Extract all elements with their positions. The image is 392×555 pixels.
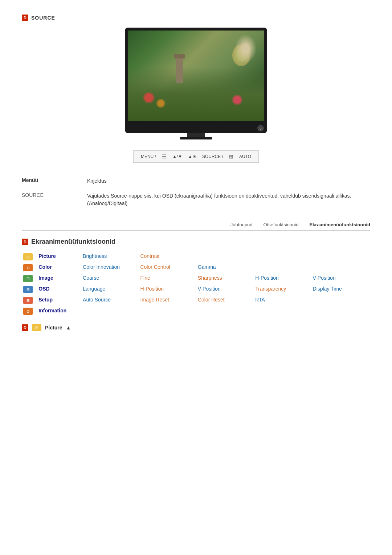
source-header-section: D SOURCE xyxy=(22,15,370,21)
image-name: Image xyxy=(38,273,83,284)
tab-ekraani[interactable]: Ekraanimenüüfunktsioonid xyxy=(309,222,370,227)
ctrl-arrows: ▲/▼ xyxy=(172,154,182,159)
table-row: ⊡ Image Coarse Fine Sharpness H-Position… xyxy=(22,273,370,284)
picture-arrow-icon: ▲ xyxy=(66,325,71,331)
info-table-section: Menüü Kirjeldus SOURCE Vajutades Source-… xyxy=(22,174,370,211)
color-icon-cell: ⊙ xyxy=(22,262,38,273)
control-bar-container: MENU / ☰ ▲/▼ ▲☀ SOURCE / ⊞ AUTO xyxy=(22,150,370,163)
setup-col5 xyxy=(313,295,370,306)
osd-icon: ⊟ xyxy=(23,286,33,293)
tab-juhtnupud[interactable]: Juhtnupud xyxy=(230,222,253,227)
source-menu-label: SOURCE xyxy=(22,192,65,207)
info-icon-cell: ⊙ xyxy=(22,306,38,317)
picture-col4 xyxy=(255,251,313,262)
osd-col3[interactable]: V-Position xyxy=(198,284,255,295)
ctrl-source: SOURCE / xyxy=(202,154,223,159)
setup-col2[interactable]: Image Reset xyxy=(140,295,197,306)
pagoda-decoration xyxy=(176,58,183,83)
osd-icon-cell: ⊟ xyxy=(22,284,38,295)
image-col3[interactable]: Sharpness xyxy=(198,273,255,284)
osd-name: OSD xyxy=(38,284,83,295)
image-col1[interactable]: Coarse xyxy=(83,273,140,284)
picture-icon: ⊞ xyxy=(23,253,33,260)
image-col4[interactable]: H-Position xyxy=(255,273,313,284)
col-menu-header: Menüü xyxy=(22,177,65,185)
setup-col4[interactable]: RTA xyxy=(255,295,313,306)
ctrl-adjust: ▲☀ xyxy=(188,154,196,159)
menu-table: ⊞ Picture Brightness Contrast ⊙ Color xyxy=(22,251,370,317)
info-icon: ⊙ xyxy=(23,308,33,315)
picture-bottom-section: D ⊞ Picture ▲ xyxy=(22,324,370,331)
image-icon-cell: ⊡ xyxy=(22,273,38,284)
image-col5[interactable]: V-Position xyxy=(313,273,370,284)
control-bar: MENU / ☰ ▲/▼ ▲☀ SOURCE / ⊞ AUTO xyxy=(133,150,259,163)
picture-label: Picture xyxy=(45,325,62,331)
section-title: Ekraanimenüüfunktsioonid xyxy=(31,238,115,246)
monitor-frame: 5 xyxy=(125,28,267,133)
table-row: ⊞ Setup Auto Source Image Reset Color Re… xyxy=(22,295,370,306)
info-col1 xyxy=(83,306,140,317)
monitor-screen xyxy=(128,31,264,121)
color-name: Color xyxy=(38,262,83,273)
source-icon: D xyxy=(22,15,28,21)
info-col3 xyxy=(198,306,255,317)
pic-red-icon: D xyxy=(22,324,28,331)
picture-col3 xyxy=(198,251,255,262)
setup-col1[interactable]: Auto Source xyxy=(83,295,140,306)
nav-tabs: Juhtnupud Otsefunktsioonid Ekraanimenüüf… xyxy=(22,222,370,231)
image-col2[interactable]: Fine xyxy=(140,273,197,284)
table-row: ⊞ Picture Brightness Contrast xyxy=(22,251,370,262)
color-col4 xyxy=(255,262,313,273)
picture-name: Picture xyxy=(38,251,83,262)
setup-icon-cell: ⊞ xyxy=(22,295,38,306)
ctrl-menu: MENU / xyxy=(141,154,156,159)
picture-icon-cell: ⊞ xyxy=(22,251,38,262)
tab-otsefunktsioonid[interactable]: Otsefunktsioonid xyxy=(264,222,299,227)
setup-name: Setup xyxy=(38,295,83,306)
info-col4 xyxy=(255,306,313,317)
source-title: SOURCE xyxy=(31,15,55,21)
monitor-base xyxy=(180,137,212,139)
ctrl-source-icon: ⊞ xyxy=(229,154,233,159)
table-source-row: SOURCE Vajutades Source-nuppu siis, kui … xyxy=(22,189,370,211)
color-col3[interactable]: Gamma xyxy=(198,262,255,273)
section-header: D Ekraanimenüüfunktsioonid xyxy=(22,238,370,246)
table-header-row: Menüü Kirjeldus xyxy=(22,174,370,189)
table-row: ⊟ OSD Language H-Position V-Position Tra… xyxy=(22,284,370,295)
table-row: ⊙ Information xyxy=(22,306,370,317)
info-name: Information xyxy=(38,306,83,317)
picture-col2[interactable]: Contrast xyxy=(140,251,197,262)
setup-col3[interactable]: Color Reset xyxy=(198,295,255,306)
ctrl-menu-icon: ☰ xyxy=(162,154,167,159)
table-row: ⊙ Color Color Innovation Color Control G… xyxy=(22,262,370,273)
ctrl-auto: AUTO xyxy=(239,154,251,159)
section-icon: D xyxy=(22,239,28,245)
color-icon: ⊙ xyxy=(23,264,33,271)
info-col2 xyxy=(140,306,197,317)
monitor-page-number: 5 xyxy=(257,125,264,131)
picture-col5 xyxy=(313,251,370,262)
col-desc-header: Kirjeldus xyxy=(87,177,370,185)
osd-col4[interactable]: Transparency xyxy=(255,284,313,295)
pic-yellow-icon: ⊞ xyxy=(32,324,41,331)
color-col2[interactable]: Color Control xyxy=(140,262,197,273)
source-desc: Vajutades Source-nuppu siis, kui OSD (ek… xyxy=(87,192,370,207)
color-col1[interactable]: Color Innovation xyxy=(83,262,140,273)
info-col5 xyxy=(313,306,370,317)
picture-col1[interactable]: Brightness xyxy=(83,251,140,262)
setup-icon: ⊞ xyxy=(23,297,33,304)
color-col5 xyxy=(313,262,370,273)
monitor-container: 5 xyxy=(22,28,370,139)
monitor-stand xyxy=(187,133,205,137)
osd-col2[interactable]: H-Position xyxy=(140,284,197,295)
osd-col5[interactable]: Display Time xyxy=(313,284,370,295)
image-icon: ⊡ xyxy=(23,275,33,282)
osd-col1[interactable]: Language xyxy=(83,284,140,295)
